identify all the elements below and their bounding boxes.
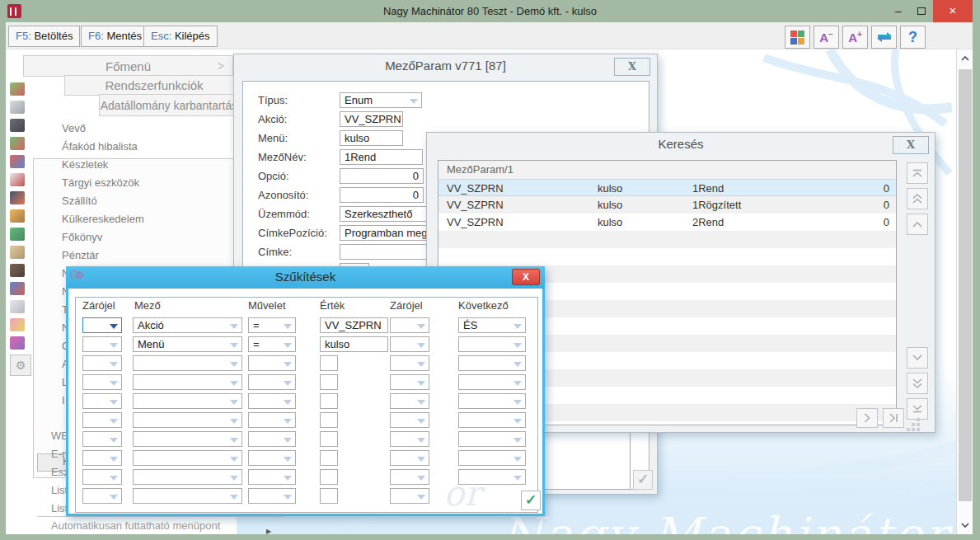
page-down-button[interactable]: [907, 373, 928, 394]
value-input[interactable]: [320, 488, 338, 504]
kereses-titlebar[interactable]: Keresés: [427, 133, 935, 156]
sidebar-panel-adatallomany[interactable]: Adatállomány karbantartás: [99, 94, 239, 116]
field-dropdown[interactable]: [133, 450, 242, 466]
sidebar-item-kulkereskedelem[interactable]: Külkereskedelem: [62, 213, 144, 229]
sidebar-mini-icon[interactable]: [10, 209, 25, 223]
bracket-open-dropdown[interactable]: [82, 393, 122, 409]
value-input[interactable]: [320, 450, 338, 466]
value-input[interactable]: VV_SZPRN: [320, 317, 388, 333]
next-operator-dropdown[interactable]: [458, 336, 526, 352]
value-input[interactable]: kulso: [320, 336, 388, 352]
szukitesek-close-button[interactable]: X: [512, 269, 540, 285]
sidebar-item-keszletek[interactable]: Készletek: [62, 158, 108, 175]
sidebar-item-afakod[interactable]: Áfakód hibalista: [62, 140, 138, 157]
value-input[interactable]: [320, 469, 338, 485]
value-input[interactable]: [320, 393, 338, 409]
sidebar-mini-icon[interactable]: [10, 101, 25, 114]
exit-button[interactable]: Esc: Kilépés: [143, 26, 218, 47]
bracket-open-dropdown[interactable]: [82, 412, 122, 428]
azonosito-input[interactable]: 0: [340, 187, 424, 203]
minimize-button[interactable]: –: [887, 0, 910, 22]
menu-input[interactable]: kulso: [340, 130, 403, 146]
operator-dropdown[interactable]: [248, 431, 296, 447]
sidebar-panel-rendszerfunkciok[interactable]: Rendszerfunkciók: [64, 75, 244, 96]
mezoparam-ok-button[interactable]: ✓: [633, 470, 653, 490]
next-record-button[interactable]: [856, 408, 878, 428]
operator-dropdown[interactable]: [248, 412, 296, 428]
settings-gear-icon[interactable]: ⚙: [10, 355, 31, 376]
next-operator-dropdown[interactable]: [458, 450, 526, 466]
mezonev-input[interactable]: 1Rend: [340, 149, 423, 165]
resize-grip[interactable]: [917, 418, 920, 421]
sidebar-item-szallito[interactable]: Szállító: [62, 195, 97, 211]
list-row[interactable]: VV_SZPRN kulso 2Rend 0: [438, 214, 896, 231]
bracket-close-dropdown[interactable]: [390, 412, 429, 428]
font-larger-button[interactable]: A+: [842, 26, 868, 49]
mezoparam-close-button[interactable]: X: [614, 58, 650, 76]
operator-dropdown[interactable]: =: [248, 317, 296, 333]
szukitesek-titlebar[interactable]: ⚙⚙ Szűkítések X: [66, 266, 545, 289]
sidebar-mini-icon[interactable]: [10, 173, 25, 186]
next-operator-dropdown[interactable]: [458, 393, 526, 409]
operator-dropdown[interactable]: [248, 488, 296, 504]
next-operator-dropdown[interactable]: [458, 355, 526, 371]
operator-dropdown[interactable]: =: [248, 336, 296, 352]
font-smaller-button[interactable]: A−: [814, 26, 839, 49]
row-up-button[interactable]: [907, 214, 928, 235]
cimke-input[interactable]: [340, 244, 434, 260]
bracket-close-dropdown[interactable]: [390, 469, 429, 485]
mezoparam-titlebar[interactable]: MezőParam v771 [87]: [234, 54, 657, 77]
bracket-close-dropdown[interactable]: [390, 317, 429, 333]
scrollbar-thumb[interactable]: [959, 69, 972, 501]
last-record-button[interactable]: [883, 408, 904, 428]
field-dropdown[interactable]: [133, 393, 242, 409]
field-dropdown[interactable]: [133, 431, 242, 447]
value-input[interactable]: [320, 374, 338, 390]
field-dropdown[interactable]: [133, 412, 242, 428]
sidebar-mini-icon[interactable]: [10, 246, 25, 259]
scroll-down-button[interactable]: [957, 516, 973, 534]
page-up-button[interactable]: [907, 188, 928, 209]
sidebar-item-targyi-eszkozok[interactable]: Tárgyi eszközök: [62, 176, 139, 193]
sidebar-mini-icon[interactable]: [10, 155, 25, 168]
sidebar-mini-icon[interactable]: [10, 318, 25, 331]
save-button[interactable]: F6: Mentés: [81, 26, 149, 47]
list-row[interactable]: VV_SZPRN kulso 1Rögzített 0: [438, 196, 896, 214]
sidebar-item-truncated[interactable]: I: [62, 394, 65, 411]
bracket-close-dropdown[interactable]: [390, 488, 429, 504]
bracket-close-dropdown[interactable]: [390, 336, 429, 352]
szukitesek-ok-button[interactable]: ✓: [521, 491, 541, 510]
bracket-close-dropdown[interactable]: [390, 393, 429, 409]
next-operator-dropdown[interactable]: [458, 431, 526, 447]
bracket-close-dropdown[interactable]: [390, 355, 429, 371]
field-dropdown[interactable]: [133, 469, 242, 485]
bracket-close-dropdown[interactable]: [390, 374, 429, 390]
close-button[interactable]: ×: [933, 0, 973, 22]
bracket-close-dropdown[interactable]: [390, 450, 429, 466]
value-input[interactable]: [320, 412, 338, 428]
sidebar-mini-icon[interactable]: [10, 228, 25, 241]
uzemmod-input[interactable]: Szerkeszthető: [340, 206, 434, 222]
sidebar-mini-icon[interactable]: [10, 300, 25, 313]
switch-button[interactable]: [871, 26, 897, 49]
operator-dropdown[interactable]: [248, 355, 296, 371]
sidebar-item-auto-run[interactable]: Automatikusan futtatható menüpont ▶: [37, 516, 284, 534]
sidebar-item-penztar[interactable]: Pénztár: [62, 249, 99, 265]
sidebar-mini-icon[interactable]: [10, 191, 25, 204]
list-row-selected[interactable]: VV_SZPRN kulso 1Rend 0: [438, 179, 896, 196]
load-button[interactable]: F5: Betöltés: [8, 26, 80, 47]
scroll-up-button[interactable]: [957, 49, 973, 68]
bracket-open-dropdown[interactable]: [82, 431, 122, 447]
akcio-input[interactable]: VV_SZPRN: [340, 111, 403, 127]
sidebar-mini-icon[interactable]: [10, 137, 25, 150]
sidebar-mini-icon[interactable]: [10, 282, 25, 295]
cimkepozicio-input[interactable]: Programban meg: [340, 225, 434, 241]
palette-button[interactable]: [785, 26, 810, 49]
bracket-open-dropdown[interactable]: [82, 336, 122, 352]
sidebar-mini-icon[interactable]: [10, 336, 25, 350]
next-operator-dropdown[interactable]: ÉS: [458, 317, 526, 333]
next-operator-dropdown[interactable]: [458, 374, 526, 390]
field-dropdown[interactable]: [133, 355, 242, 371]
bracket-open-dropdown[interactable]: [82, 450, 122, 466]
vertical-scrollbar[interactable]: [956, 49, 973, 534]
